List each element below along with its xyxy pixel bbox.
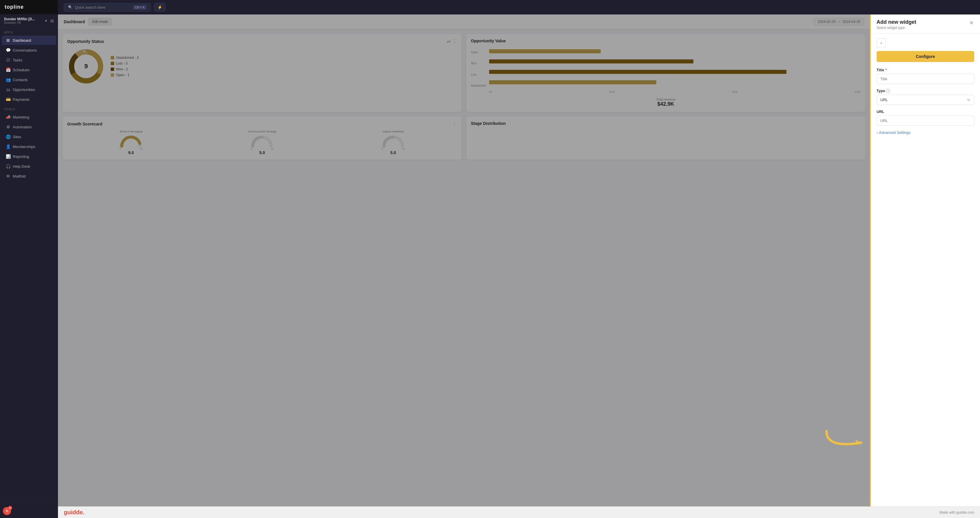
search-icon: 🔍	[68, 5, 72, 9]
sidebar-item-helpdesk[interactable]: 🎧 Help Desk	[2, 162, 56, 171]
payments-icon: 💳	[6, 97, 10, 102]
app-logo: topline	[0, 0, 58, 14]
dashboard-icon: ⊞	[6, 38, 10, 43]
add-widget-panel: Add new widget Select widget type ✕ ‹ Co…	[870, 14, 980, 507]
guidde-logo: guidde.	[64, 509, 84, 516]
sidebar-item-label: Scheduler	[13, 68, 30, 72]
chevron-left-icon: ‹	[881, 41, 882, 45]
helpdesk-icon: 🎧	[6, 164, 10, 168]
search-shortcut: Ctrl + K	[133, 5, 146, 10]
conversations-icon: 💬	[6, 48, 10, 52]
tasks-icon: ☑	[6, 58, 10, 62]
sidebar-item-label: Marketing	[13, 115, 29, 119]
notification-badge: 31	[8, 506, 12, 510]
sidebar-item-marketing[interactable]: 📣 Marketing	[2, 113, 56, 122]
title-input[interactable]	[877, 74, 974, 84]
sidebar-item-label: Reporting	[13, 154, 29, 159]
sidebar-item-tasks[interactable]: ☑ Tasks	[2, 55, 56, 65]
title-field-label: Title *	[877, 68, 974, 72]
sidebar-item-label: Memberships	[13, 145, 35, 149]
required-star: *	[886, 68, 887, 72]
sidebar-item-mailfold[interactable]: ✉ Mailfold	[2, 172, 56, 181]
sidebar-item-contacts[interactable]: 👥 Contacts	[2, 75, 56, 84]
sidebar-item-conversations[interactable]: 💬 Conversations	[2, 46, 56, 55]
type-field-label: Type i	[877, 89, 974, 93]
sidebar-item-reporting[interactable]: 📊 Reporting	[2, 152, 56, 161]
sidebar-item-label: Tasks	[13, 58, 22, 62]
sidebar-item-opportunities[interactable]: 🗂 Opportunities	[2, 85, 56, 94]
marketing-icon: 📣	[6, 115, 10, 119]
memberships-icon: 👤	[6, 144, 10, 149]
modal-overlay	[58, 14, 980, 507]
account-sub: Scranton, PA	[4, 21, 35, 24]
sites-icon: 🌐	[6, 134, 10, 139]
lightning-button[interactable]: ⚡	[154, 3, 165, 11]
footer-bar: guidde. Made with guidde.com	[58, 507, 980, 518]
back-button[interactable]: ‹	[877, 38, 886, 48]
close-button[interactable]: ✕	[969, 19, 974, 27]
configure-button[interactable]: Configure	[877, 51, 974, 62]
sidebar-item-memberships[interactable]: 👤 Memberships	[2, 142, 56, 151]
footer-tagline: Made with guidde.com	[939, 510, 974, 515]
panel-header: Add new widget Select widget type ✕	[871, 14, 980, 33]
avatar[interactable]: G 31	[3, 507, 11, 515]
account-name: Dunder Mifflin [D...	[4, 17, 35, 21]
type-field-group: Type i URL Chart Table Metric	[877, 89, 974, 105]
sidebar-item-scheduler[interactable]: 📅 Scheduler	[2, 65, 56, 75]
url-field-label: URL	[877, 110, 974, 114]
sidebar: topline Dunder Mifflin [D... Scranton, P…	[0, 0, 58, 518]
opportunities-icon: 🗂	[6, 87, 10, 92]
title-field-group: Title *	[877, 68, 974, 84]
sidebar-item-label: Contacts	[13, 78, 27, 82]
advanced-settings-link[interactable]: › Advanced Settings	[877, 130, 974, 135]
sidebar-item-label: Conversations	[13, 48, 37, 52]
sidebar-item-label: Help Desk	[13, 164, 30, 168]
panel-body: ‹ Configure Title * Type i	[871, 33, 980, 507]
sidebar-item-label: Mailfold	[13, 174, 26, 178]
panel-subtitle: Select widget type	[877, 26, 916, 30]
search-placeholder: Quick search here	[75, 5, 105, 10]
search-bar[interactable]: 🔍 Quick search here Ctrl + K	[64, 3, 151, 11]
avatar-initials: G	[6, 509, 8, 513]
sidebar-bottom: G 31	[0, 504, 58, 518]
url-input[interactable]	[877, 116, 974, 126]
advanced-settings-label: Advanced Settings	[879, 130, 910, 135]
sidebar-item-label: Opportunities	[13, 87, 35, 92]
sidebar-item-automation[interactable]: ⚙ Automation	[2, 122, 56, 132]
account-switcher[interactable]: Dunder Mifflin [D... Scranton, PA ▾ ⊟	[0, 14, 58, 27]
sidebar-item-label: Automation	[13, 125, 32, 129]
sidebar-item-label: Sites	[13, 135, 21, 139]
contacts-icon: 👥	[6, 77, 10, 82]
reporting-icon: 📊	[6, 154, 10, 159]
sidebar-item-dashboard[interactable]: ⊞ Dashboard	[2, 36, 56, 45]
sidebar-item-payments[interactable]: 💳 Payments	[2, 95, 56, 104]
chevron-down-icon: ▾	[45, 19, 47, 23]
type-select[interactable]: URL Chart Table Metric	[877, 95, 974, 105]
sidebar-item-label: Payments	[13, 97, 30, 102]
scheduler-icon: 📅	[6, 67, 10, 72]
url-field-group: URL	[877, 110, 974, 126]
tools-label: Tools	[0, 104, 58, 112]
main-content: 🔍 Quick search here Ctrl + K ⚡ Dashboard…	[58, 0, 980, 518]
panel-title: Add new widget	[877, 19, 916, 25]
info-icon[interactable]: i	[886, 89, 890, 93]
sidebar-item-label: Dashboard	[13, 38, 31, 43]
mailfold-icon: ✉	[6, 174, 10, 178]
top-nav: 🔍 Quick search here Ctrl + K ⚡	[58, 0, 980, 14]
automation-icon: ⚙	[6, 125, 10, 129]
apps-label: Apps	[0, 27, 58, 35]
sidebar-item-sites[interactable]: 🌐 Sites	[2, 132, 56, 141]
layout-icon[interactable]: ⊟	[51, 19, 54, 23]
chevron-right-icon: ›	[877, 130, 878, 135]
